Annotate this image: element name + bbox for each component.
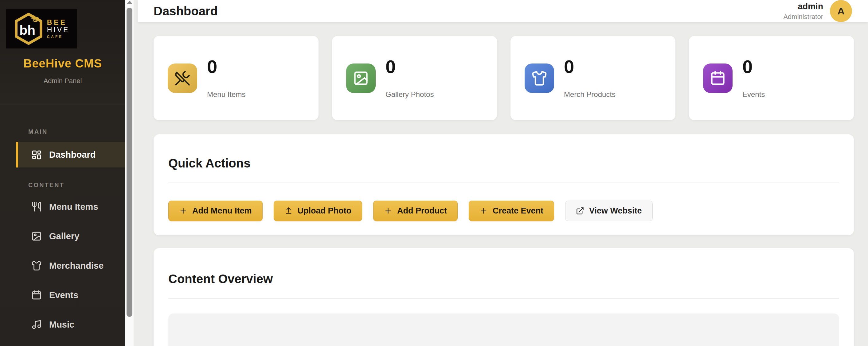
stat-card-menu-items: 0 Menu Items [154, 36, 318, 120]
sidebar-content-nav: Menu Items Gallery Merchandise Events [0, 193, 125, 338]
stat-label: Merch Products [564, 90, 616, 99]
stat-text: 0 Gallery Photos [385, 58, 434, 99]
sidebar-item-label: Gallery [49, 231, 79, 241]
sidebar-scrollbar[interactable] [125, 0, 134, 346]
sidebar-section-content: CONTENT [28, 182, 125, 188]
sidebar-item-merchandise[interactable]: Merchandise [0, 252, 125, 279]
button-label: Add Product [397, 206, 447, 216]
image-icon [346, 64, 376, 93]
logo-word-bee: BEE [47, 19, 70, 26]
sidebar-section-main: MAIN [28, 128, 125, 135]
stat-card-gallery-photos: 0 Gallery Photos [332, 36, 497, 120]
panel-divider [168, 182, 839, 183]
plus-icon [479, 207, 488, 215]
sidebar-item-label: Merchandise [49, 261, 103, 271]
stat-text: 0 Merch Products [564, 58, 616, 99]
stat-value: 0 [385, 58, 434, 76]
music-note-icon [31, 319, 42, 330]
logo-monogram: bh [19, 23, 35, 37]
page-title: Dashboard [154, 4, 218, 18]
sidebar-item-label: Dashboard [49, 150, 95, 160]
plus-icon [179, 207, 187, 215]
stat-card-merch-products: 0 Merch Products [510, 36, 675, 120]
create-event-button[interactable]: Create Event [469, 201, 554, 221]
stats-row: 0 Menu Items 0 Gallery Photos [154, 36, 854, 120]
scrollbar-up-arrow-icon[interactable] [127, 1, 133, 4]
logo-word-hive: HIVE [47, 26, 70, 33]
button-label: Create Event [493, 206, 544, 216]
stat-label: Gallery Photos [385, 90, 434, 99]
stat-text: 0 Menu Items [207, 58, 245, 99]
quick-actions-title: Quick Actions [168, 134, 839, 170]
main-area: Dashboard admin Administrator A 0 [134, 0, 868, 346]
button-label: Upload Photo [298, 206, 351, 216]
logo-wordmark: BEE HIVE CAFE [47, 19, 70, 39]
image-icon [31, 231, 42, 241]
add-product-button[interactable]: Add Product [373, 201, 458, 221]
user-meta: admin Administrator [783, 2, 823, 21]
dashboard-grid-icon [31, 150, 42, 160]
content-overview-panel: Content Overview [154, 248, 854, 346]
sidebar-item-label: Menu Items [49, 202, 98, 212]
sidebar-item-music[interactable]: Music [0, 311, 125, 338]
stat-value: 0 [207, 58, 245, 76]
top-header: Dashboard admin Administrator A [137, 0, 868, 22]
tshirt-icon [525, 64, 554, 93]
stat-value: 0 [742, 58, 765, 76]
calendar-icon [703, 64, 733, 93]
button-label: View Website [589, 206, 642, 216]
utensils-icon [31, 202, 42, 212]
sidebar-item-dashboard[interactable]: Dashboard [16, 142, 125, 168]
sidebar-item-label: Music [49, 320, 74, 330]
sidebar-item-label: Events [49, 290, 78, 300]
quick-actions-panel: Quick Actions Add Menu Item Upload Photo… [154, 134, 854, 235]
user-role: Administrator [783, 13, 823, 21]
quick-actions-buttons: Add Menu Item Upload Photo Add Product C… [168, 201, 839, 221]
panel-divider [168, 298, 839, 299]
stat-label: Events [742, 90, 765, 99]
stat-text: 0 Events [742, 58, 765, 99]
plus-icon [384, 207, 392, 215]
tshirt-icon [31, 261, 42, 271]
view-website-button[interactable]: View Website [565, 201, 653, 221]
sidebar-divider [0, 105, 125, 105]
sidebar-item-menu-items[interactable]: Menu Items [0, 193, 125, 220]
upload-photo-button[interactable]: Upload Photo [274, 201, 362, 221]
sidebar-item-gallery[interactable]: Gallery [0, 222, 125, 250]
stat-value: 0 [564, 58, 616, 76]
content-area: 0 Menu Items 0 Gallery Photos [134, 22, 868, 346]
scrollbar-thumb[interactable] [127, 8, 132, 317]
external-link-icon [576, 207, 584, 215]
user-name: admin [783, 2, 823, 11]
content-overview-title: Content Overview [168, 248, 839, 286]
admin-panel-subtitle: Admin Panel [0, 77, 125, 85]
logo-word-cafe: CAFE [47, 35, 70, 39]
hexagon-bee-logo-icon: bh [14, 12, 43, 45]
user-block: admin Administrator A [783, 0, 852, 22]
calendar-icon [31, 290, 42, 300]
avatar[interactable]: A [830, 0, 852, 22]
cms-title: BeeHive CMS [0, 57, 125, 70]
sidebar: bh BEE HIVE CAFE BeeHive CMS Admin Panel… [0, 0, 125, 346]
app-window: bh BEE HIVE CAFE BeeHive CMS Admin Panel… [0, 0, 868, 346]
add-menu-item-button[interactable]: Add Menu Item [168, 201, 262, 221]
beehive-cafe-logo: bh BEE HIVE CAFE [6, 9, 77, 48]
stat-label: Menu Items [207, 90, 245, 99]
button-label: Add Menu Item [192, 206, 252, 216]
upload-icon [284, 207, 293, 215]
stat-card-events: 0 Events [689, 36, 854, 120]
content-overview-placeholder [168, 313, 839, 346]
utensils-crossed-icon [168, 64, 197, 93]
sidebar-item-events[interactable]: Events [0, 281, 125, 309]
